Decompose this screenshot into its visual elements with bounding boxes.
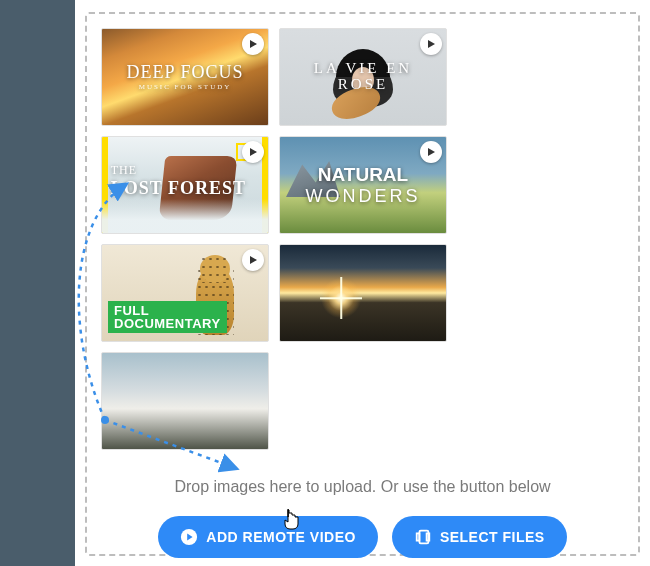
add-remote-video-button[interactable]: ADD REMOTE VIDEO bbox=[158, 516, 378, 558]
dropzone[interactable]: DEEP FOCUS MUSIC FOR STUDY LA VIE EN ROS… bbox=[85, 12, 640, 556]
cursor-pointer-icon bbox=[280, 508, 302, 538]
play-icon bbox=[420, 33, 442, 55]
main: DEEP FOCUS MUSIC FOR STUDY LA VIE EN ROS… bbox=[75, 0, 650, 566]
thumb-image bbox=[102, 353, 268, 449]
thumb-title: LA VIE EN ROSE bbox=[286, 61, 440, 93]
select-files-button[interactable]: SELECT FILES bbox=[392, 516, 567, 558]
sidebar bbox=[0, 0, 75, 566]
video-thumbnail[interactable]: THE LOST FOREST bbox=[101, 136, 269, 234]
thumb-title-pre: NATURAL bbox=[318, 164, 408, 186]
thumb-title: WONDERS bbox=[306, 186, 421, 207]
thumb-banner: FULL DOCUMENTARY bbox=[108, 301, 227, 333]
thumbnail-grid: DEEP FOCUS MUSIC FOR STUDY LA VIE EN ROS… bbox=[101, 28, 624, 450]
play-icon bbox=[242, 141, 264, 163]
image-thumbnail[interactable] bbox=[279, 244, 447, 342]
video-thumbnail[interactable]: DEEP FOCUS MUSIC FOR STUDY bbox=[101, 28, 269, 126]
button-label: SELECT FILES bbox=[440, 529, 545, 545]
play-icon bbox=[420, 141, 442, 163]
svg-rect-2 bbox=[417, 533, 420, 540]
svg-rect-5 bbox=[287, 509, 288, 517]
video-thumbnail[interactable]: FULL DOCUMENTARY bbox=[101, 244, 269, 342]
video-thumbnail[interactable]: NATURAL WONDERS bbox=[279, 136, 447, 234]
video-thumbnail[interactable]: LA VIE EN ROSE bbox=[279, 28, 447, 126]
image-thumbnail[interactable] bbox=[101, 352, 269, 450]
thumb-image bbox=[280, 245, 446, 341]
thumb-subtitle: MUSIC FOR STUDY bbox=[139, 83, 232, 91]
dropzone-hint: Drop images here to upload. Or use the b… bbox=[101, 478, 624, 496]
thumb-title: DEEP FOCUS bbox=[127, 63, 244, 82]
play-icon bbox=[242, 33, 264, 55]
files-icon bbox=[414, 528, 432, 546]
thumb-title-pre: THE bbox=[111, 163, 137, 178]
play-circle-icon bbox=[180, 528, 198, 546]
play-icon bbox=[242, 249, 264, 271]
thumb-title: LOST FOREST bbox=[111, 178, 246, 199]
